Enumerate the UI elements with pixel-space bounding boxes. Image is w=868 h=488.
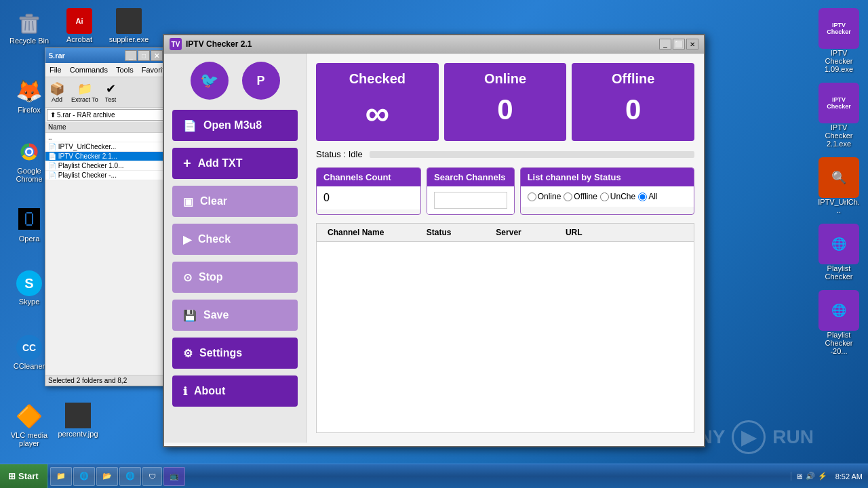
radio-offline[interactable]: Offline [564, 192, 597, 201]
taskbar-app-ie[interactable]: 🌐 [73, 467, 95, 486]
taskbar-app-folder[interactable]: 📂 [96, 467, 118, 486]
social-icons-row: 🐦 P [191, 62, 280, 100]
open-m3u8-label: Open M3u8 [203, 119, 262, 131]
chrome-label: Google Chrome [8, 167, 50, 183]
stop-icon: ⊙ [183, 271, 192, 284]
winrar-close-button[interactable]: ✕ [151, 50, 163, 61]
winrar-add-button[interactable]: 📦Add [48, 80, 66, 104]
channel-list: Channel Name Status Server URL [316, 223, 694, 433]
check-button[interactable]: ▶ Check [172, 224, 298, 255]
radio-unche-input[interactable] [600, 192, 609, 201]
status-radio-group: Online Offline UnChe All [528, 192, 687, 201]
winrar-minimize-button[interactable]: _ [125, 50, 137, 61]
offline-stat-label: Offline [577, 71, 689, 87]
iptv-restore-button[interactable]: ⬜ [673, 39, 685, 49]
taskbar-app-chrome[interactable]: 🌐 [119, 467, 141, 486]
search-channels-input[interactable] [434, 192, 507, 209]
desktop-icon-iptv-checker-1[interactable]: IPTVChecker IPTV Checker1.09.exe [815, 5, 863, 76]
radio-all[interactable]: All [638, 192, 657, 201]
taskbar-chrome-icon: 🌐 [125, 472, 135, 481]
acrobat-label: Acrobat [66, 35, 92, 43]
desktop-icon-vlc[interactable]: 🔶 VLC media player [5, 400, 53, 450]
desktop-icon-acrobat[interactable]: Ai Acrobat [56, 5, 103, 46]
iptv-sidebar: 🐦 P 📄 Open M3u8 + Add TXT ▣ Clear ▶ Chec… [164, 54, 307, 443]
playlist-checker-icon: 🌐 [818, 224, 859, 264]
playlist-checker-2-icon: 🌐 [818, 290, 859, 331]
desktop-icon-supplier[interactable]: supplier.exe [105, 5, 153, 46]
iptv-checker-window: TV IPTV Checker 2.1 _ ⬜ ✕ 🐦 P 📄 Open M3u… [163, 34, 705, 447]
winrar-menu-tools[interactable]: Tools [113, 64, 136, 75]
radio-unche[interactable]: UnChe [600, 192, 635, 201]
list-item[interactable]: 📄 Playlist Checker -... [45, 171, 166, 180]
list-item[interactable]: 📄 IPTV Checker 2.1... [45, 152, 166, 161]
radio-online-input[interactable] [528, 192, 536, 201]
vlc-label: VLC media player [8, 431, 50, 447]
about-label: About [194, 385, 225, 397]
taskbar-app-shield[interactable]: 🛡 [142, 467, 162, 486]
start-label: Start [18, 471, 39, 481]
winrar-test-button[interactable]: ✔Test [104, 80, 118, 104]
winrar-menu: File Commands Tools Favorites [45, 63, 166, 77]
list-item[interactable]: .. [45, 133, 166, 142]
winrar-menu-file[interactable]: File [47, 64, 64, 75]
iptv-content: 🐦 P 📄 Open M3u8 + Add TXT ▣ Clear ▶ Chec… [164, 54, 704, 443]
stop-label: Stop [199, 271, 223, 283]
open-m3u8-button[interactable]: 📄 Open M3u8 [172, 110, 298, 141]
desktop-icon-playlist-checker[interactable]: 🌐 PlaylistChecker [815, 221, 863, 283]
desktop-icon-playlist-checker-2[interactable]: 🌐 PlaylistChecker -20... [815, 287, 863, 358]
svg-point-10 [27, 150, 32, 155]
stats-row: Checked ∞ Online 0 Offline 0 [316, 63, 694, 141]
iptv-window-controls: _ ⬜ ✕ [659, 39, 698, 49]
clear-button[interactable]: ▣ Clear [172, 186, 298, 217]
winrar-maximize-button[interactable]: □ [138, 50, 150, 61]
about-icon: ℹ [183, 385, 187, 398]
settings-button[interactable]: ⚙ Settings [172, 338, 298, 369]
iptv-urlchecker-icon: 🔍 [818, 157, 859, 198]
taskbar-apps: 📁 🌐 📂 🌐 🛡 📺 [47, 466, 785, 487]
search-channels-box: Search Channels [427, 167, 515, 215]
stop-button[interactable]: ⊙ Stop [172, 262, 298, 293]
paypal-button[interactable]: P [242, 62, 280, 100]
percent-label: percentv.jpg [58, 430, 98, 438]
list-item[interactable]: 📄 Playlist Checker 1.0... [45, 161, 166, 171]
winrar-menu-commands[interactable]: Commands [67, 64, 111, 75]
desktop-icon-iptv-checker-2[interactable]: IPTVChecker IPTV Checker2.1.exe [815, 80, 863, 150]
radio-offline-input[interactable] [564, 192, 572, 201]
playlist-checker-2-label: PlaylistChecker -20... [818, 331, 860, 355]
add-txt-button[interactable]: + Add TXT [172, 148, 298, 179]
online-stat-label: Online [450, 71, 561, 87]
taskbar: ⊞ Start 📁 🌐 📂 🌐 🛡 📺 🖥 🔊 ⚡ 8:52 AM [0, 464, 868, 488]
radio-all-input[interactable] [638, 192, 647, 201]
open-m3u8-icon: 📄 [183, 119, 197, 132]
desktop-icon-iptv-urlchecker[interactable]: 🔍 IPTV_UrlCh... [815, 155, 863, 217]
supplier-label: supplier.exe [109, 35, 149, 43]
taskbar-right: 🖥 🔊 ⚡ 8:52 AM [785, 472, 868, 481]
add-txt-icon: + [183, 156, 191, 171]
twitter-button[interactable]: 🐦 [191, 62, 229, 100]
save-button[interactable]: 💾 Save [172, 300, 298, 331]
status-progress-bar [370, 151, 694, 158]
taskbar-shield-icon: 🛡 [149, 472, 156, 481]
iptv-checker-1-label: IPTV Checker1.09.exe [818, 49, 860, 73]
check-label: Check [198, 233, 231, 245]
start-button[interactable]: ⊞ Start [0, 464, 47, 488]
firefox-label: Firefox [18, 106, 41, 114]
taskbar-app-iptv[interactable]: 📺 [163, 467, 185, 486]
col-status: Status [421, 226, 491, 239]
channel-list-header: Channel Name Status Server URL [317, 224, 694, 242]
ccleaner-icon: CC [16, 335, 42, 361]
desktop-icon-recycle-bin[interactable]: Recycle Bin [5, 5, 53, 47]
desktop-icon-percent[interactable]: percentv.jpg [54, 400, 102, 441]
windows-logo: ⊞ [8, 471, 16, 481]
list-item[interactable]: 📄 IPTV_UrlChecker... [45, 142, 166, 152]
right-desktop-icons: IPTVChecker IPTV Checker1.09.exe IPTVChe… [815, 5, 863, 358]
clear-label: Clear [200, 195, 227, 207]
taskbar-app-explorer[interactable]: 📁 [50, 467, 72, 486]
clear-icon: ▣ [183, 195, 193, 208]
winrar-extract-button[interactable]: 📁Extract To [70, 80, 100, 104]
about-button[interactable]: ℹ About [172, 375, 298, 407]
iptv-close-button[interactable]: ✕ [686, 39, 698, 49]
iptv-minimize-button[interactable]: _ [659, 39, 671, 49]
status-text: Status : Idle [316, 149, 363, 159]
radio-online[interactable]: Online [528, 192, 561, 201]
